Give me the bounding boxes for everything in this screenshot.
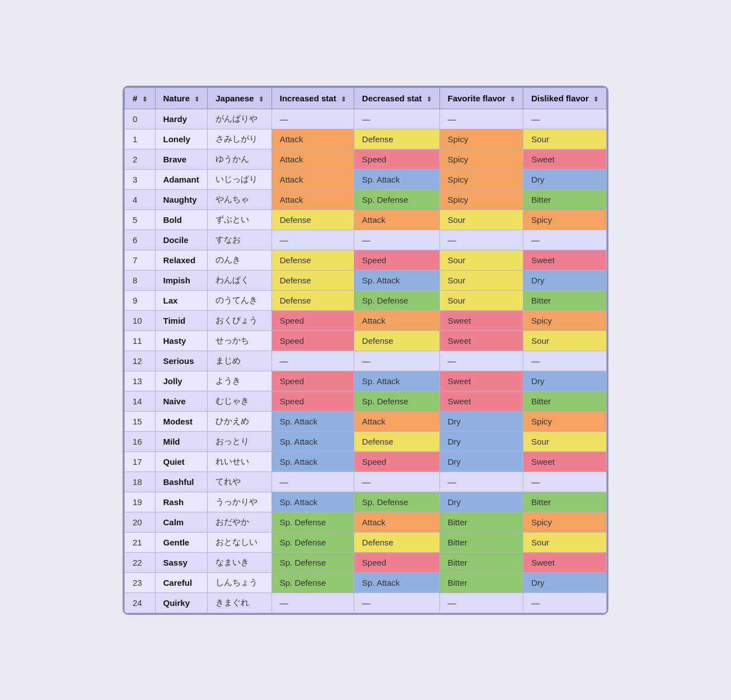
cell-increased-stat: — <box>271 230 354 250</box>
cell-nature-name: Hardy <box>155 109 208 129</box>
cell-favorite-flavor: Spicy <box>439 189 523 209</box>
col-header-nature-label: Nature <box>163 94 190 103</box>
cell-japanese: やんちゃ <box>208 189 272 209</box>
col-header-decreased[interactable]: Decreased stat ⇕ <box>354 87 439 109</box>
table-row: 11HastyせっかちSpeedDefenseSweetSour <box>125 330 607 351</box>
cell-decreased-stat: Sp. Defense <box>354 189 439 209</box>
cell-num: 1 <box>125 129 156 149</box>
cell-japanese: ずぶとい <box>208 209 272 230</box>
cell-japanese: おだやか <box>208 512 272 532</box>
cell-nature-name: Sassy <box>155 552 208 572</box>
cell-nature-name: Relaxed <box>155 250 208 270</box>
cell-num: 10 <box>125 310 156 330</box>
cell-increased-stat: Attack <box>271 149 354 169</box>
cell-nature-name: Docile <box>155 230 208 250</box>
col-header-num-label: # <box>133 94 137 103</box>
cell-disliked-flavor: Sour <box>523 330 607 351</box>
cell-japanese: すなお <box>208 230 272 250</box>
col-header-disliked[interactable]: Disliked flavor ⇕ <box>523 87 607 109</box>
cell-disliked-flavor: Bitter <box>523 492 607 512</box>
sort-icon-num: ⇕ <box>142 96 147 103</box>
cell-decreased-stat: Defense <box>354 330 439 351</box>
cell-disliked-flavor: Sweet <box>523 552 607 572</box>
cell-increased-stat: Attack <box>271 129 354 149</box>
cell-decreased-stat: — <box>354 351 439 371</box>
col-header-disliked-label: Disliked flavor <box>531 94 589 103</box>
cell-japanese: ようき <box>208 371 272 391</box>
table-row: 16MildおっとりSp. AttackDefenseDrySour <box>125 431 607 451</box>
cell-disliked-flavor: Spicy <box>523 310 607 330</box>
cell-decreased-stat: Speed <box>354 451 439 472</box>
cell-japanese: うっかりや <box>208 492 272 512</box>
col-header-favorite-label: Favorite flavor <box>448 94 505 103</box>
col-header-decreased-label: Decreased stat <box>362 94 422 103</box>
cell-increased-stat: Defense <box>271 209 354 230</box>
cell-increased-stat: Defense <box>271 270 354 290</box>
cell-disliked-flavor: Sour <box>523 129 607 149</box>
cell-japanese: ゆうかん <box>208 149 272 169</box>
cell-increased-stat: — <box>271 351 354 371</box>
cell-num: 9 <box>125 290 156 310</box>
table-row: 5BoldずぶといDefenseAttackSourSpicy <box>125 209 607 230</box>
col-header-japanese[interactable]: Japanese ⇕ <box>208 87 272 109</box>
col-header-nature[interactable]: Nature ⇕ <box>155 87 208 109</box>
header-row: # ⇕ Nature ⇕ Japanese ⇕ Increased stat ⇕… <box>125 87 607 109</box>
cell-decreased-stat: Defense <box>354 129 439 149</box>
sort-icon-nature: ⇕ <box>194 96 199 103</box>
table-row: 18Bashfulてれや———— <box>125 472 607 492</box>
cell-favorite-flavor: Sweet <box>439 371 523 391</box>
cell-disliked-flavor: Sweet <box>523 149 607 169</box>
cell-japanese: おっとり <box>208 431 272 451</box>
table-row: 12Seriousまじめ———— <box>125 351 607 371</box>
cell-japanese: てれや <box>208 472 272 492</box>
cell-decreased-stat: Attack <box>354 512 439 532</box>
cell-disliked-flavor: — <box>523 472 607 492</box>
cell-favorite-flavor: — <box>439 230 523 250</box>
cell-disliked-flavor: — <box>523 109 607 129</box>
cell-num: 19 <box>125 492 156 512</box>
cell-decreased-stat: — <box>354 472 439 492</box>
cell-num: 6 <box>125 230 156 250</box>
cell-num: 17 <box>125 451 156 472</box>
cell-disliked-flavor: — <box>523 351 607 371</box>
cell-decreased-stat: Speed <box>354 149 439 169</box>
table-row: 20CalmおだやかSp. DefenseAttackBitterSpicy <box>125 512 607 532</box>
table-row: 1LonelyさみしがりAttackDefenseSpicySour <box>125 129 607 149</box>
cell-favorite-flavor: Sweet <box>439 330 523 351</box>
cell-nature-name: Serious <box>155 351 208 371</box>
cell-increased-stat: — <box>271 472 354 492</box>
cell-decreased-stat: Sp. Attack <box>354 371 439 391</box>
cell-nature-name: Jolly <box>155 371 208 391</box>
cell-japanese: ひかえめ <box>208 411 272 431</box>
cell-nature-name: Lonely <box>155 129 208 149</box>
cell-japanese: まじめ <box>208 351 272 371</box>
cell-num: 13 <box>125 371 156 391</box>
cell-increased-stat: Sp. Defense <box>271 512 354 532</box>
cell-increased-stat: Sp. Defense <box>271 552 354 572</box>
cell-num: 4 <box>125 189 156 209</box>
cell-favorite-flavor: — <box>439 472 523 492</box>
cell-disliked-flavor: Sour <box>523 431 607 451</box>
cell-decreased-stat: Attack <box>354 209 439 230</box>
cell-favorite-flavor: Sweet <box>439 391 523 411</box>
col-header-num[interactable]: # ⇕ <box>125 87 156 109</box>
cell-japanese: おくびょう <box>208 310 272 330</box>
cell-num: 8 <box>125 270 156 290</box>
cell-disliked-flavor: Dry <box>523 572 607 592</box>
table-row: 19RashうっかりやSp. AttackSp. DefenseDryBitte… <box>125 492 607 512</box>
cell-num: 14 <box>125 391 156 411</box>
cell-nature-name: Mild <box>155 431 208 451</box>
table-row: 23CarefulしんちょうSp. DefenseSp. AttackBitte… <box>125 572 607 592</box>
cell-japanese: がんばりや <box>208 109 272 129</box>
table-row: 6Docileすなお———— <box>125 230 607 250</box>
cell-num: 2 <box>125 149 156 169</box>
cell-favorite-flavor: Dry <box>439 431 523 451</box>
cell-japanese: なまいき <box>208 552 272 572</box>
cell-num: 21 <box>125 532 156 552</box>
col-header-favorite[interactable]: Favorite flavor ⇕ <box>439 87 523 109</box>
cell-disliked-flavor: Dry <box>523 169 607 189</box>
col-header-increased[interactable]: Increased stat ⇕ <box>271 87 354 109</box>
cell-japanese: せっかち <box>208 330 272 351</box>
cell-favorite-flavor: Spicy <box>439 149 523 169</box>
cell-japanese: むじゃき <box>208 391 272 411</box>
